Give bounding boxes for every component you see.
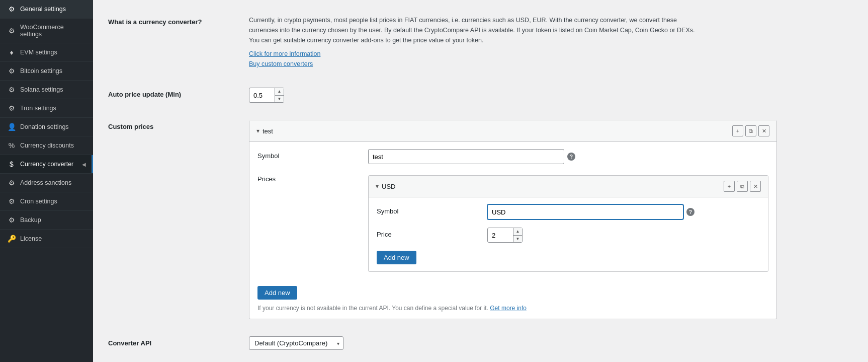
prices-field-row: Prices ▾ USD + ⧉ ✕ [257, 172, 768, 272]
symbol-field-label: Symbol [257, 149, 368, 160]
usd-price-number-wrap: ▲ ▼ [487, 228, 523, 243]
symbol-field-input-wrap: ? [368, 149, 768, 164]
sidebar-item-label: Currency converter [20, 161, 73, 168]
chevron-down-icon: ▾ [256, 127, 259, 134]
custom-prices-card: ▾ test + ⧉ ✕ Symbol ? [249, 120, 777, 319]
sidebar-item-label: EVM settings [20, 49, 57, 56]
sidebar-item-label: Backup [20, 216, 41, 224]
custom-prices-content: ▾ test + ⧉ ✕ Symbol ? [249, 120, 853, 319]
card-header-title: test [263, 127, 729, 135]
sidebar-item-label: Cron settings [20, 198, 57, 205]
custom-prices-label: Custom prices [108, 120, 249, 130]
sidebar-item-label: License [20, 235, 42, 242]
sidebar-item-license[interactable]: 🔑 License [0, 230, 93, 248]
sidebar-item-woocommerce-settings[interactable]: ⚙ WooCommerce settings [0, 19, 93, 43]
sidebar-item-general-settings[interactable]: ⚙ General settings [0, 0, 93, 19]
prices-field-content: ▾ USD + ⧉ ✕ [368, 172, 768, 272]
usd-card-remove-btn[interactable]: ✕ [750, 181, 761, 192]
usd-price-field-row: Price ▲ ▼ [377, 228, 760, 243]
converter-api-select[interactable]: Default (CryptoCompare) [249, 336, 343, 350]
sidebar-item-label: Donation settings [20, 123, 69, 130]
diamond-icon: ♦ [7, 48, 16, 56]
usd-symbol-help-icon[interactable]: ? [686, 208, 695, 216]
custom-prices-row: Custom prices ▾ test + ⧉ ✕ S [108, 115, 853, 319]
info-text: If your currency is not available in the… [257, 305, 768, 312]
gear-icon: ⚙ [7, 86, 16, 94]
main-content: What is a currency converter? Currently,… [93, 0, 868, 362]
description-row: What is a currency converter? Currently,… [108, 10, 853, 70]
click-more-info-link[interactable]: Click for more information [249, 50, 853, 57]
converter-api-content: Default (CryptoCompare) ▾ [249, 336, 853, 350]
sidebar-item-tron-settings[interactable]: ⚙ Tron settings [0, 99, 93, 118]
card-copy-btn[interactable]: ⧉ [745, 125, 756, 136]
key-icon: 🔑 [7, 235, 16, 243]
usd-card-title: USD [382, 183, 721, 190]
sidebar-item-currency-discounts[interactable]: % Currency discounts [0, 136, 93, 155]
usd-card-copy-btn[interactable]: ⧉ [737, 181, 748, 192]
sidebar: ⚙ General settings ⚙ WooCommerce setting… [0, 0, 93, 362]
sidebar-item-solana-settings[interactable]: ⚙ Solana settings [0, 81, 93, 99]
info-text-content: If your currency is not available in the… [257, 305, 488, 312]
sidebar-item-currency-converter[interactable]: $ Currency converter ◀ [0, 155, 93, 174]
sidebar-item-label: WooCommerce settings [20, 24, 86, 38]
sidebar-item-label: Tron settings [20, 105, 56, 112]
auto-price-content: ▲ ▼ [249, 88, 853, 103]
sidebar-item-label: Bitcoin settings [20, 67, 62, 75]
card-header-actions: + ⧉ ✕ [732, 125, 769, 136]
description-paragraph: Currently, in crypto payments, most peop… [249, 15, 702, 45]
usd-symbol-input-wrap: ? [487, 204, 760, 220]
usd-card-header[interactable]: ▾ USD + ⧉ ✕ [369, 176, 768, 197]
converter-api-row: Converter API Default (CryptoCompare) ▾ [108, 331, 853, 350]
usd-price-down-btn[interactable]: ▼ [513, 236, 522, 243]
gear-icon: ⚙ [7, 27, 16, 35]
get-more-info-link[interactable]: Get more info [490, 305, 527, 312]
buy-custom-converters-link[interactable]: Buy custom converters [249, 60, 853, 67]
card-add-btn[interactable]: + [732, 125, 743, 136]
converter-api-select-wrap: Default (CryptoCompare) ▾ [249, 336, 343, 350]
sidebar-item-evm-settings[interactable]: ♦ EVM settings [0, 43, 93, 62]
gear-icon: ⚙ [7, 67, 16, 75]
gear-icon: ⚙ [7, 104, 16, 112]
usd-card-add-btn[interactable]: + [724, 181, 735, 192]
sidebar-item-cron-settings[interactable]: ⚙ Cron settings [0, 192, 93, 211]
gear-icon: ⚙ [7, 197, 16, 205]
converter-api-label: Converter API [108, 336, 249, 347]
sidebar-item-label: Currency discounts [20, 142, 74, 149]
usd-symbol-label: Symbol [377, 204, 487, 215]
custom-prices-card-header[interactable]: ▾ test + ⧉ ✕ [249, 120, 776, 142]
what-is-label: What is a currency converter? [108, 15, 249, 26]
custom-prices-card-body: Symbol ? Prices ▾ [249, 142, 776, 319]
sidebar-item-label: General settings [20, 6, 66, 13]
usd-card-header-actions: + ⧉ ✕ [724, 181, 761, 192]
gear-icon: ⚙ [7, 216, 16, 224]
percent-icon: % [7, 141, 16, 150]
sidebar-item-address-sanctions[interactable]: ⚙ Address sanctions [0, 174, 93, 192]
sidebar-item-donation-settings[interactable]: 👤 Donation settings [0, 118, 93, 136]
auto-price-row: Auto price update (Min) ▲ ▼ [108, 83, 853, 103]
usd-price-label: Price [377, 228, 487, 238]
gear-icon: ⚙ [7, 5, 16, 13]
symbol-input[interactable] [368, 149, 564, 164]
prices-field-label: Prices [257, 172, 368, 183]
usd-price-up-btn[interactable]: ▲ [513, 228, 522, 236]
usd-price-spinner: ▲ ▼ [513, 228, 522, 242]
collapse-arrow: ◀ [82, 162, 86, 167]
auto-price-down-btn[interactable]: ▼ [275, 96, 284, 103]
auto-price-label: Auto price update (Min) [108, 88, 249, 98]
description-content: Currently, in crypto payments, most peop… [249, 15, 853, 70]
usd-chevron-down-icon: ▾ [376, 183, 379, 190]
sidebar-item-bitcoin-settings[interactable]: ⚙ Bitcoin settings [0, 62, 93, 81]
dollar-icon: $ [7, 160, 16, 168]
auto-price-up-btn[interactable]: ▲ [275, 88, 284, 96]
usd-card-body: Symbol ? Price [369, 197, 768, 271]
usd-add-new-button[interactable]: Add new [377, 251, 416, 264]
symbol-help-icon[interactable]: ? [567, 153, 575, 161]
user-icon: 👤 [7, 123, 16, 131]
auto-price-input-wrap: ▲ ▼ [249, 88, 284, 103]
usd-symbol-field-row: Symbol ? [377, 204, 760, 220]
sidebar-item-backup[interactable]: ⚙ Backup [0, 211, 93, 230]
usd-symbol-input[interactable] [487, 204, 683, 220]
card-remove-btn[interactable]: ✕ [758, 125, 769, 136]
usd-price-input-wrap: ▲ ▼ [487, 228, 760, 243]
outer-add-new-button[interactable]: Add new [257, 286, 297, 300]
